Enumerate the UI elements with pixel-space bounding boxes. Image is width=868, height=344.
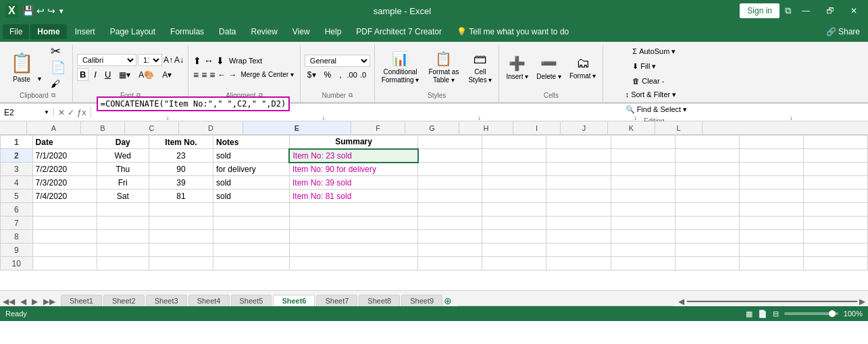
cell-e5[interactable]: Item No: 81 sold bbox=[289, 190, 417, 203]
cell-l4[interactable] bbox=[803, 176, 867, 190]
number-format-select[interactable]: General bbox=[305, 55, 370, 67]
col-header-b[interactable]: B bbox=[81, 121, 125, 134]
cell-reference-box[interactable]: E2 ▼ bbox=[0, 108, 54, 117]
cell-i1[interactable] bbox=[611, 136, 675, 149]
cell-b6[interactable] bbox=[97, 203, 149, 217]
cell-j6[interactable] bbox=[675, 203, 739, 217]
cell-k8[interactable] bbox=[739, 230, 803, 243]
cell-g5[interactable] bbox=[482, 190, 546, 203]
cell-d4[interactable]: sold bbox=[213, 176, 290, 190]
cell-e10[interactable] bbox=[289, 257, 417, 270]
sheet-tab-2[interactable]: Sheet2 bbox=[103, 295, 145, 306]
cell-g10[interactable] bbox=[482, 257, 546, 270]
menu-help[interactable]: Help bbox=[318, 24, 349, 39]
cell-k7[interactable] bbox=[739, 217, 803, 230]
cell-g3[interactable] bbox=[482, 163, 546, 176]
cell-b2[interactable]: Wed bbox=[97, 149, 149, 163]
cell-a4[interactable]: 7/3/2020 bbox=[32, 176, 97, 190]
save-icon[interactable]: 💾 bbox=[22, 5, 34, 16]
cell-j8[interactable] bbox=[675, 230, 739, 243]
cell-k4[interactable] bbox=[739, 176, 803, 190]
format-painter-button[interactable]: 🖌 bbox=[48, 77, 68, 90]
cell-h2[interactable] bbox=[546, 149, 611, 163]
cell-b8[interactable] bbox=[97, 230, 149, 243]
col-header-l[interactable]: L bbox=[655, 121, 703, 134]
increase-indent-icon[interactable]: → bbox=[228, 69, 237, 80]
sheet-tab-8[interactable]: Sheet8 bbox=[359, 295, 400, 306]
sheet-tab-7[interactable]: Sheet7 bbox=[316, 295, 357, 306]
minimize-button[interactable]: — bbox=[796, 5, 815, 17]
italic-button[interactable]: I bbox=[91, 68, 99, 81]
cell-d7[interactable] bbox=[213, 217, 290, 230]
cell-d1[interactable]: Notes bbox=[213, 136, 290, 149]
col-header-d[interactable]: D bbox=[179, 121, 243, 134]
align-bottom-icon[interactable]: ⬇ bbox=[215, 55, 225, 67]
cell-d9[interactable] bbox=[213, 243, 290, 257]
cell-g6[interactable] bbox=[482, 203, 546, 217]
cut-button[interactable]: ✂ bbox=[48, 45, 68, 58]
delete-button[interactable]: ➖ Delete ▾ bbox=[534, 49, 564, 86]
cell-e9[interactable] bbox=[289, 243, 417, 257]
add-sheet-button[interactable]: ⊕ bbox=[444, 295, 452, 306]
col-header-a[interactable]: A bbox=[27, 121, 81, 134]
menu-file[interactable]: File bbox=[3, 24, 29, 39]
font-color-button[interactable]: A▾ bbox=[159, 69, 174, 81]
font-name-select[interactable]: Calibri bbox=[77, 54, 136, 66]
cell-a3[interactable]: 7/2/2020 bbox=[32, 163, 97, 176]
customize-quick-access-icon[interactable]: ▼ bbox=[58, 7, 65, 15]
cell-ref-dropdown[interactable]: ▼ bbox=[44, 109, 49, 115]
cell-d6[interactable] bbox=[213, 203, 290, 217]
sheet-tab-6[interactable]: Sheet6 bbox=[273, 295, 315, 306]
cell-d3[interactable]: for delivery bbox=[213, 163, 290, 176]
menu-insert[interactable]: Insert bbox=[68, 24, 102, 39]
cell-a7[interactable] bbox=[32, 217, 97, 230]
cell-b7[interactable] bbox=[97, 217, 149, 230]
cell-l9[interactable] bbox=[803, 243, 867, 257]
cell-i3[interactable] bbox=[611, 163, 675, 176]
cell-f8[interactable] bbox=[418, 230, 482, 243]
align-center-icon[interactable]: ≡ bbox=[201, 69, 207, 81]
insert-button[interactable]: ➕ Insert ▾ bbox=[503, 49, 531, 86]
cell-l10[interactable] bbox=[803, 257, 867, 270]
page-break-view-icon[interactable]: ⊟ bbox=[773, 310, 779, 318]
cell-i5[interactable] bbox=[611, 190, 675, 203]
cell-l7[interactable] bbox=[803, 217, 867, 230]
cell-f3[interactable] bbox=[418, 163, 482, 176]
cell-i8[interactable] bbox=[611, 230, 675, 243]
cell-h1[interactable] bbox=[546, 136, 611, 149]
share-button[interactable]: 🔗 Share bbox=[821, 26, 865, 38]
sheet-tab-3[interactable]: Sheet3 bbox=[146, 295, 187, 306]
bold-button[interactable]: B bbox=[77, 68, 88, 81]
cancel-formula-icon[interactable]: ✕ bbox=[58, 108, 65, 117]
undo-icon[interactable]: ↩ bbox=[36, 5, 45, 16]
fill-button[interactable]: ⬇ Fill ▾ bbox=[630, 59, 678, 73]
cell-h6[interactable] bbox=[546, 203, 611, 217]
cell-h9[interactable] bbox=[546, 243, 611, 257]
cell-h3[interactable] bbox=[546, 163, 611, 176]
cell-i9[interactable] bbox=[611, 243, 675, 257]
decrease-font-icon[interactable]: A↓ bbox=[174, 55, 184, 65]
cell-b1[interactable]: Day bbox=[97, 136, 149, 149]
cell-g8[interactable] bbox=[482, 230, 546, 243]
grid-wrapper[interactable]: 1 Date Day Item No. Notes Summary 2 bbox=[0, 135, 868, 290]
fill-color-button[interactable]: A🎨 bbox=[136, 69, 157, 81]
cell-e8[interactable] bbox=[289, 230, 417, 243]
cell-e1[interactable]: Summary bbox=[289, 136, 417, 149]
cell-c2[interactable]: 23 bbox=[149, 149, 213, 163]
page-layout-view-icon[interactable]: 📄 bbox=[758, 310, 767, 318]
cell-i2[interactable] bbox=[611, 149, 675, 163]
cell-g7[interactable] bbox=[482, 217, 546, 230]
cell-d5[interactable]: sold bbox=[213, 190, 290, 203]
col-header-g[interactable]: G bbox=[405, 121, 459, 134]
menu-data[interactable]: Data bbox=[212, 24, 242, 39]
cell-f4[interactable] bbox=[418, 176, 482, 190]
col-header-h[interactable]: H bbox=[459, 121, 513, 134]
cell-b3[interactable]: Thu bbox=[97, 163, 149, 176]
cell-b4[interactable]: Fri bbox=[97, 176, 149, 190]
align-left-icon[interactable]: ≡ bbox=[193, 69, 199, 81]
cell-l6[interactable] bbox=[803, 203, 867, 217]
cell-d2[interactable]: sold bbox=[213, 149, 290, 163]
sheet-nav-next[interactable]: ▶ bbox=[32, 297, 38, 306]
cell-k3[interactable] bbox=[739, 163, 803, 176]
cell-g4[interactable] bbox=[482, 176, 546, 190]
